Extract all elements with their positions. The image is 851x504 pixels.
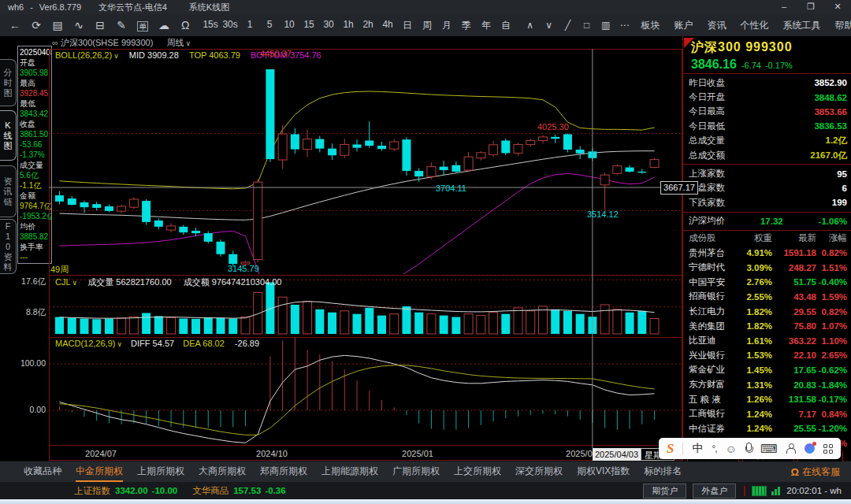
vol-axis-label-2: 8.8亿 (0, 307, 46, 318)
time-chart-icon[interactable]: ∿ (69, 19, 90, 32)
kline-style-icon[interactable]: ⊟ (90, 19, 111, 32)
period-日[interactable]: 日 (398, 19, 418, 32)
period-30s[interactable]: 30s (221, 19, 240, 32)
close-button[interactable]: ✕ (824, 0, 851, 14)
view-name: 系统K线图 (189, 2, 229, 13)
more-icon[interactable]: ⋯ (615, 20, 634, 31)
sidebar-tab-分时图[interactable]: 分时图 (0, 59, 17, 106)
sidebar-tab-资讯链[interactable]: 资讯链 (0, 165, 17, 217)
stock-row[interactable]: 东方财富1.31%20.83-1.84% (683, 377, 851, 392)
stock-row[interactable]: 宁德时代3.09%248.271.51% (683, 261, 851, 276)
stock-row[interactable]: 工商银行1.24%7.170.84% (683, 406, 851, 421)
market-tab-广期所期权[interactable]: 广期所期权 (392, 462, 440, 482)
stock-weight: 2.76% (739, 277, 772, 287)
draw-line-icon[interactable]: ✎ (111, 19, 132, 32)
order-icon[interactable]: 单 (132, 19, 154, 32)
stock-row[interactable]: 中国平安2.76%51.75-0.40% (683, 275, 851, 290)
market-tab-深交所期权[interactable]: 深交所期权 (515, 462, 563, 482)
menu-个性化[interactable]: 个性化 (741, 19, 769, 32)
stock-name: 中国平安 (689, 276, 739, 288)
period-季[interactable]: 季 (457, 19, 477, 32)
stock-weight: 1.31% (739, 380, 772, 390)
ime-toolbox-icon[interactable] (823, 444, 833, 454)
period-2h[interactable]: 2h (359, 19, 378, 32)
menu-板块[interactable]: 板块 (641, 19, 660, 32)
quote-row-label: 总成交量 (689, 135, 725, 146)
market-tab-收藏品种[interactable]: 收藏品种 (24, 462, 61, 482)
refresh-icon[interactable]: ⟳ (26, 19, 47, 32)
title-bar: wh6 - Ver6.8.779 文华云节点-电信4 系统K线图 – ❐ ✕ (0, 0, 851, 14)
menu-账户[interactable]: 账户 (674, 19, 693, 32)
period-5[interactable]: 5 (260, 19, 280, 32)
market-led-icon (752, 486, 767, 496)
market-tab-标的排名[interactable]: 标的排名 (644, 462, 682, 482)
stock-row[interactable]: 紫金矿业1.45%17.65-0.62% (683, 363, 851, 378)
macd-indicator-dropdown[interactable]: MACD(12,26,9)∨ (55, 339, 122, 348)
ime-emoji-icon[interactable]: ☺ (726, 443, 737, 455)
period-周[interactable]: 周 (418, 19, 437, 32)
kline-canvas[interactable] (49, 49, 682, 461)
stock-row[interactable]: 美的集团1.82%75.801.07% (683, 319, 851, 334)
period-1h[interactable]: 1h (339, 19, 359, 32)
period-10[interactable]: 10 (280, 19, 299, 32)
period-dropdown[interactable]: 周线∨ (166, 38, 191, 47)
period-4h[interactable]: 4h (378, 19, 398, 32)
online-service-button[interactable]: Ω 在线客服 (791, 465, 840, 479)
account-button-期货户[interactable]: 期货户 (643, 484, 686, 498)
period-年[interactable]: 年 (477, 19, 496, 32)
sidebar-tab-F10资料[interactable]: F10资料 (0, 219, 17, 274)
collapse-icon[interactable]: ∧ (521, 20, 540, 31)
index-change: -10.00 (152, 486, 178, 495)
stock-row[interactable]: 中信证券1.24%25.55-1.20% (683, 421, 851, 436)
account-button-外盘户[interactable]: 外盘户 (693, 484, 736, 498)
market-tab-郑商所期权[interactable]: 郑商所期权 (260, 462, 307, 482)
trendline-tool-icon[interactable]: ╱ (559, 20, 578, 31)
stock-row[interactable]: 长江电力1.82%29.550.82% (683, 304, 851, 319)
ime-skin-icon[interactable] (805, 443, 815, 454)
cloud-download-icon[interactable]: ☁ (154, 19, 175, 32)
minimize-button[interactable]: – (771, 0, 797, 14)
market-tab-中金所期权[interactable]: 中金所期权 (76, 462, 123, 482)
market-tab-期权VIX指数[interactable]: 期权VIX指数 (577, 462, 630, 482)
period-buttons: 15s30s151015301h2h4h日周月季年自 (201, 19, 516, 32)
maximize-button[interactable]: ❐ (797, 0, 824, 14)
overlay-icon[interactable]: ▥ (596, 20, 615, 31)
period-15s[interactable]: 15s (201, 19, 221, 32)
boll-indicator-dropdown[interactable]: BOLL(26,26,2)∨ (55, 50, 119, 60)
macd-histogram (60, 338, 655, 430)
ime-punctuation-icon[interactable]: °, (712, 443, 716, 454)
back-icon[interactable]: ← (5, 19, 26, 32)
period-自[interactable]: 自 (496, 19, 516, 32)
stock-row[interactable]: 兴业银行1.53%22.102.65% (683, 348, 851, 363)
market-tab-大商所期权[interactable]: 大商所期权 (199, 462, 246, 482)
rect-tool-icon[interactable]: □ (578, 20, 596, 31)
stock-weight: 1.53% (739, 350, 772, 360)
menu-资讯[interactable]: 资讯 (708, 19, 727, 32)
period-30[interactable]: 30 (319, 19, 339, 32)
menu-系统工具[interactable]: 系统工具 (783, 19, 821, 32)
bar-info-row: 成交量 (20, 160, 51, 170)
ime-mode-toggle[interactable]: 中 (692, 442, 703, 456)
ime-account-icon[interactable] (786, 443, 796, 454)
cjl-indicator-dropdown[interactable]: CJL∨ (55, 277, 77, 287)
expand-icon[interactable]: ∨ (540, 20, 559, 31)
menu-帮助[interactable]: 帮助 (835, 19, 851, 32)
market-tab-上期所期权[interactable]: 上期所期权 (137, 462, 184, 482)
stock-row[interactable]: 比亚迪1.61%363.221.10% (683, 333, 851, 348)
market-tab-上交所期权[interactable]: 上交所期权 (454, 462, 501, 482)
period-1[interactable]: 1 (240, 19, 260, 32)
period-月[interactable]: 月 (437, 19, 457, 32)
quote-row-label: 总成交额 (689, 150, 725, 161)
stock-row[interactable]: 五 粮 液1.26%131.58-0.17% (683, 392, 851, 407)
stock-row[interactable]: 贵州茅台4.91%1591.180.82% (683, 246, 851, 261)
stock-row[interactable]: 招商银行2.55%43.481.59% (683, 290, 851, 305)
sidebar-tab-K线图[interactable]: K线图 (0, 110, 17, 161)
quote-list-icon[interactable]: ▤ (47, 19, 69, 32)
ime-mic-icon[interactable] (745, 443, 752, 454)
ime-keyboard-icon[interactable]: ⌨ (760, 442, 778, 456)
market-tab-上期能源期权[interactable]: 上期能源期权 (321, 462, 378, 482)
ime-logo-icon[interactable]: S (667, 441, 674, 457)
quote-panel: 沪深300 999300 3846.16-6.74-0.17% 昨日收盘3852… (682, 36, 851, 461)
period-15[interactable]: 15 (299, 19, 319, 32)
alert-bell-icon[interactable]: Ω (175, 19, 196, 32)
